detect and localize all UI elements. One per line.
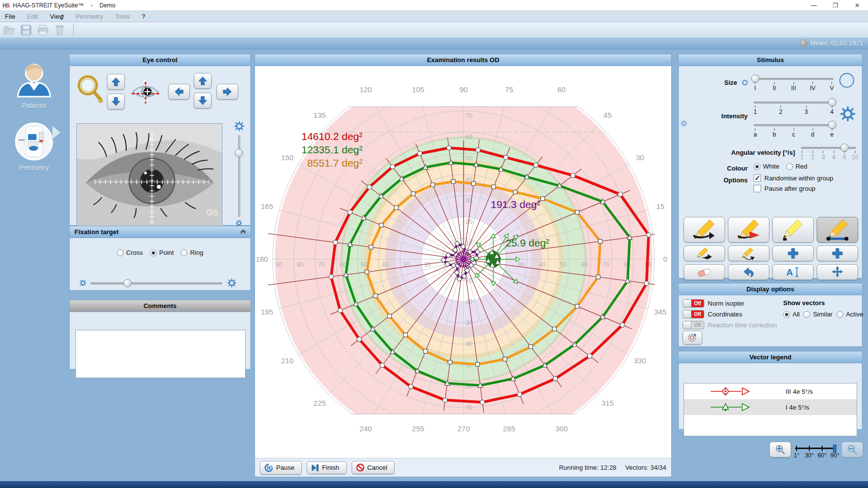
perimetry-chart[interactable]: 0153045607590105120135150165180195210225… [255,66,671,452]
menu-help[interactable]: ? [142,13,145,20]
draw-point-button[interactable] [772,217,814,243]
tick-a: a [754,128,757,138]
eye-right-button[interactable] [217,84,238,100]
intensity-slider-coarse[interactable]: 1234 [754,99,833,115]
slider-track [238,135,240,217]
add-vector-button[interactable] [772,245,814,261]
draw-vector-red-button[interactable] [728,217,769,243]
norm-isopter-tool-button[interactable] [683,331,702,345]
open-icon[interactable] [3,24,16,36]
camera-brightness-slider[interactable] [232,120,245,234]
pause-icon [264,463,273,472]
gear-icon[interactable] [681,120,687,127]
eye-down-button[interactable] [107,94,125,109]
eye-crosshair-icon[interactable] [130,79,161,105]
angle-label-300: 300 [555,424,568,433]
zoom-tick-label: 90° [831,452,839,459]
colour-label: Colour [727,165,748,172]
menu-tools[interactable]: Tools [115,13,130,20]
intensity-slider-fine[interactable]: abcde [754,121,833,138]
angle-label-195: 195 [261,308,273,316]
toggle-norm-isopter[interactable]: OffNorm isopter [683,299,777,308]
sidebar-flyout-arrow[interactable] [52,126,61,139]
legend-row[interactable]: III 4e 5°/s [684,383,857,399]
angular-velocity-slider[interactable]: 1234510 [801,144,856,161]
zoom-in-button[interactable] [769,442,791,457]
menu-file[interactable]: File [5,13,15,20]
eraser-button[interactable] [684,264,725,280]
small-curve-vector-button[interactable] [728,245,769,261]
draw-segment-button[interactable] [817,217,858,243]
tick-IV: IV [810,82,815,92]
patients-icon [13,58,55,101]
zoom-slider-knob[interactable] [833,445,836,453]
slider-knob[interactable] [235,149,243,157]
radio-point[interactable]: Point [150,249,174,256]
slider-knob[interactable] [123,279,132,287]
close-button[interactable]: ✕ [846,0,868,11]
cancel-button[interactable]: Cancel [352,461,395,474]
radio-similar[interactable]: Similar [803,311,832,318]
small-vector-button[interactable] [684,245,725,261]
magnifier-icon[interactable] [74,73,105,105]
fixation-size-slider[interactable] [90,279,222,296]
angle-label-90: 90 [460,85,468,94]
finish-button[interactable]: Finish [307,461,347,474]
eye-left-button[interactable] [168,84,190,100]
legend-row[interactable]: I 4e 5°/s [684,399,857,415]
sidebar-label-perimetry: Perimetry [19,164,49,172]
options-label: Options [723,176,748,184]
collapse-chevron-icon[interactable] [240,230,247,235]
checkbox-randomise-within-group[interactable]: Randomise within group [754,174,833,182]
radio-all[interactable]: All [783,311,799,318]
angle-label-0: 0 [663,255,667,263]
radio-active[interactable]: Active [836,311,863,318]
add-isopter-button[interactable] [817,245,858,261]
eye-up-button[interactable] [107,74,125,90]
save-icon[interactable] [20,24,33,36]
menu-perimetry[interactable]: Perimetry [75,13,103,20]
radio-red[interactable]: Red [786,163,807,170]
eye-control-header: Eye control [70,54,251,66]
delete-icon[interactable] [53,24,66,36]
comments-textarea[interactable] [75,330,246,378]
tick-e: e [830,128,833,138]
move-button[interactable] [817,264,858,280]
minimize-button[interactable]: — [803,0,825,11]
slider-track [754,124,833,126]
panel-collapse-grip[interactable]: ◄► [60,14,64,21]
zoom-out-button[interactable] [841,442,863,457]
size-slider[interactable]: IIIIIIIVV [754,75,833,92]
stimulus-panel: Stimulus Size IIIIIIIVV 1234 Intensity a… [678,54,863,279]
radio-dot [786,163,793,170]
menu-bar: FileEditViewPerimetryTools? [0,11,868,22]
gear-icon[interactable] [79,279,86,286]
sidebar-item-patients[interactable]: Patients [0,58,68,109]
running-time-value: 12:28 [600,464,616,471]
gear-icon[interactable] [234,121,244,131]
toggle-label: Reaction time correction [708,321,777,329]
eye-down2-button[interactable] [194,93,212,108]
tick-II: II [773,82,776,92]
gear-icon[interactable] [227,279,236,287]
zoom-range-slider[interactable]: 1°30°60°90° [795,444,837,463]
show-vectors-label: Show vectors [783,299,864,307]
pause-button[interactable]: Pause [260,461,302,475]
radio-cross[interactable]: Cross [117,249,143,256]
svg-text:80: 80 [297,261,304,268]
radio-white[interactable]: White [754,163,779,170]
draw-vector-black-button[interactable] [684,217,725,243]
radio-ring[interactable]: Ring [181,249,203,256]
tick-4: 4 [830,105,833,115]
text-label-button[interactable]: A [772,264,814,280]
fixation-header: Fixation target [70,226,251,238]
undo-button[interactable] [728,264,769,280]
intensity-gear-icon[interactable] [840,106,855,121]
maximize-button[interactable]: ❐ [825,0,846,11]
menu-edit[interactable]: Edit [27,13,38,20]
eye-up2-button[interactable] [194,73,212,89]
cancel-label: Cancel [367,464,387,471]
checkbox-pause-after-group[interactable]: Pause after group [754,185,833,192]
toggle-coordinates[interactable]: OffCoordinates [683,310,777,318]
print-icon[interactable] [36,24,49,36]
